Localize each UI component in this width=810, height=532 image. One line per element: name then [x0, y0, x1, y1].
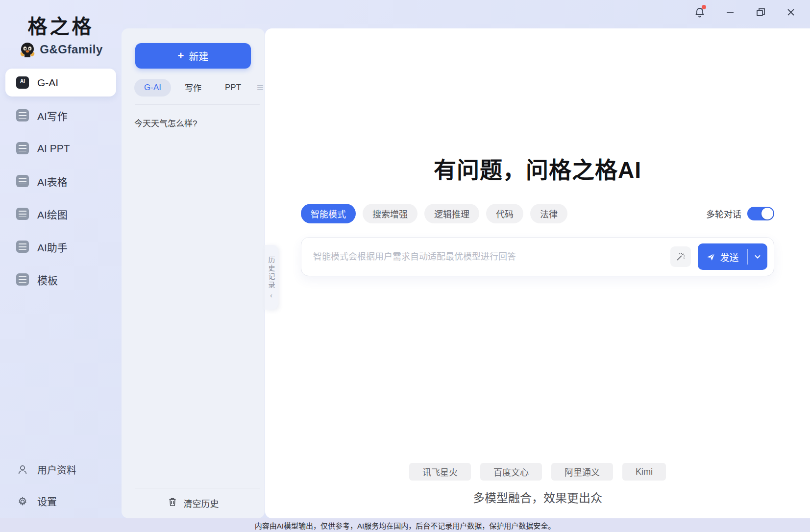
mode-chip-reasoning[interactable]: 逻辑推理	[424, 204, 479, 223]
multi-turn-group: 多轮对话	[706, 207, 774, 220]
chevron-down-icon	[754, 253, 761, 261]
notification-badge	[702, 5, 706, 9]
trash-icon	[168, 497, 177, 509]
history-tab-writing[interactable]: 写作	[175, 77, 211, 97]
chevron-left-icon: ‹	[270, 291, 272, 299]
penguin-logo-icon	[19, 41, 36, 58]
hamburger-icon[interactable]: ≡	[257, 82, 264, 94]
new-chat-label: 新建	[189, 49, 208, 63]
sidebar-item-ai-draw[interactable]: AI绘图	[5, 200, 116, 228]
clear-history-button[interactable]: 清空历史	[122, 488, 265, 518]
tagline: 多模型融合，效果更出众	[473, 488, 602, 506]
sidebar-item-ai-writing[interactable]: AI写作	[5, 101, 116, 129]
close-icon[interactable]	[785, 6, 797, 19]
new-chat-button[interactable]: + 新建	[135, 43, 251, 69]
send-options-button[interactable]	[748, 253, 767, 261]
history-tab-ppt[interactable]: PPT	[215, 79, 251, 97]
multi-turn-toggle[interactable]	[747, 207, 774, 220]
paper-plane-icon	[706, 252, 715, 262]
mode-chip-search[interactable]: 搜索增强	[363, 204, 417, 223]
notification-bell-icon[interactable]	[693, 6, 706, 19]
model-chip-kimi[interactable]: Kimi	[622, 463, 666, 481]
history-list: 今天天气怎么样?	[122, 105, 265, 141]
sidebar-item-g-ai[interactable]: G-AI	[5, 69, 116, 97]
gear-icon	[16, 495, 29, 508]
magic-wand-button[interactable]	[670, 246, 691, 267]
send-button-group: 发送	[698, 243, 767, 270]
sidebar-nav: G-AI AI写作 AI PPT AI表格 AI绘图 AI助手 模板	[0, 69, 122, 293]
sidebar-item-label: AI绘图	[37, 207, 68, 221]
sidebar-item-label: 模板	[37, 272, 58, 287]
sidebar-item-label: 设置	[37, 494, 57, 508]
user-icon	[16, 463, 29, 476]
brand-family-name: G&Gfamily	[40, 43, 103, 56]
prompt-input[interactable]	[313, 252, 663, 262]
template-doc-icon	[16, 273, 29, 286]
send-button[interactable]: 发送	[698, 250, 747, 264]
sidebar-item-ai-ppt[interactable]: AI PPT	[5, 134, 116, 162]
history-collapse-tab[interactable]: 历史记录 ‹	[265, 245, 278, 310]
sidebar-item-template[interactable]: 模板	[5, 266, 116, 293]
main-content: 有问题，问格之格AI 智能模式 搜索增强 逻辑推理 代码 法律 多轮对话 发送	[265, 28, 810, 518]
ai-writing-doc-icon	[16, 109, 29, 121]
history-panel: + 新建 G-AI 写作 PPT ≡ 今天天气怎么样? 清空历史	[122, 28, 265, 518]
ai-table-doc-icon	[16, 175, 29, 187]
sidebar-item-ai-assistant[interactable]: AI助手	[5, 233, 116, 261]
minimize-icon[interactable]	[724, 6, 736, 19]
model-chip-row: 讯飞星火 百度文心 阿里通义 Kimi	[409, 463, 666, 481]
clear-history-label: 清空历史	[184, 497, 219, 509]
sidebar-item-label: AI写作	[37, 108, 68, 123]
history-list-item[interactable]: 今天天气怎么样?	[134, 115, 252, 131]
plus-icon: +	[178, 50, 184, 61]
sidebar-footer: 用户资料 设置	[5, 456, 116, 515]
sidebar-item-label: AI表格	[37, 174, 68, 189]
sidebar-item-ai-table[interactable]: AI表格	[5, 167, 116, 195]
brand-title: 格之格	[0, 11, 122, 39]
history-tab-g-ai[interactable]: G-AI	[134, 79, 171, 97]
toggle-knob	[761, 208, 773, 219]
multi-turn-label: 多轮对话	[706, 207, 741, 220]
sidebar-item-label: AI助手	[37, 240, 68, 254]
ai-assistant-head-icon	[16, 241, 29, 253]
restore-icon[interactable]	[754, 6, 767, 19]
mode-chip-smart[interactable]: 智能模式	[301, 204, 356, 223]
model-chip-xunfei[interactable]: 讯飞星火	[409, 463, 471, 481]
ai-draw-doc-icon	[16, 208, 29, 220]
mode-chip-code[interactable]: 代码	[486, 204, 523, 223]
collapse-tab-label: 历史记录	[267, 256, 276, 290]
sidebar: 格之格 G&Gfamily G-AI AI写作 AI PPT	[0, 0, 122, 532]
model-chip-baidu[interactable]: 百度文心	[480, 463, 542, 481]
g-ai-chat-icon	[16, 76, 29, 89]
prompt-input-box: 发送	[301, 237, 774, 276]
window-controls	[693, 6, 797, 19]
send-label: 发送	[720, 250, 738, 264]
mode-chip-law[interactable]: 法律	[530, 204, 567, 223]
footer-disclaimer: 内容由AI模型输出，仅供参考，AI服务均在国内，后台不记录用户数据，保护用户数据…	[0, 518, 810, 532]
sidebar-item-user-profile[interactable]: 用户资料	[5, 456, 116, 484]
model-chip-ali[interactable]: 阿里通义	[551, 463, 613, 481]
sidebar-item-label: AI PPT	[37, 143, 70, 154]
sidebar-item-settings[interactable]: 设置	[5, 487, 116, 515]
mode-chip-row: 智能模式 搜索增强 逻辑推理 代码 法律 多轮对话	[301, 204, 774, 223]
sidebar-item-label: 用户资料	[37, 462, 76, 477]
sidebar-item-label: G-AI	[37, 77, 58, 89]
page-title: 有问题，问格之格AI	[434, 152, 641, 184]
history-tabs: G-AI 写作 PPT ≡	[134, 77, 264, 97]
ai-ppt-doc-icon	[16, 142, 29, 154]
